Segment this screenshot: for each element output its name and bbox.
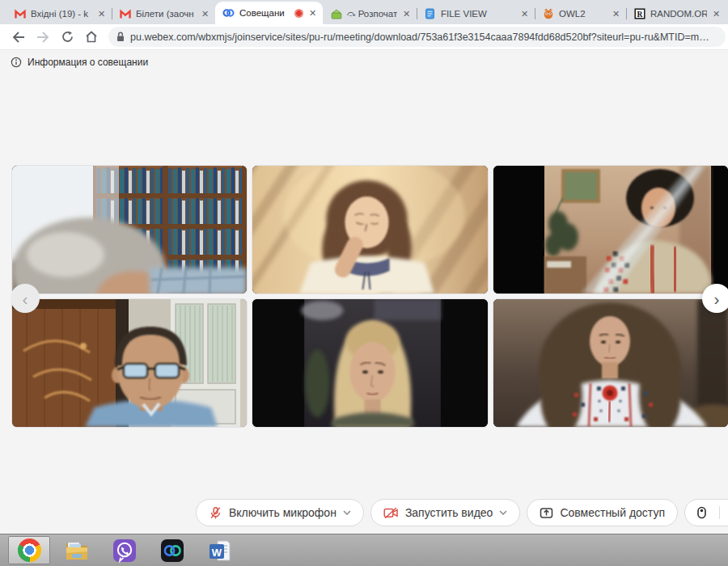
tab-close-icon[interactable]: ✕	[610, 9, 622, 19]
chevron-down-icon[interactable]	[343, 510, 351, 515]
recording-dot-icon	[294, 9, 303, 18]
tab-title: Вхідні (19) - k	[31, 9, 92, 19]
forward-button[interactable]	[32, 27, 53, 48]
tab-close-icon[interactable]: ✕	[95, 9, 108, 19]
share-content-button[interactable]: Совместный доступ	[527, 499, 678, 526]
tab-title: FILE VIEW	[441, 9, 515, 19]
taskbar-file-explorer-button[interactable]	[56, 536, 98, 564]
controls-divider	[719, 506, 720, 519]
svg-text:R: R	[637, 11, 642, 19]
meeting-info-label: Информация о совещании	[28, 57, 148, 68]
reload-button[interactable]	[57, 27, 78, 48]
taskbar-viber-button[interactable]	[104, 536, 146, 564]
back-button[interactable]	[8, 27, 29, 48]
tab-title: OWL2	[559, 9, 607, 19]
document-icon	[424, 8, 436, 20]
lock-icon	[116, 32, 125, 42]
chevron-right-icon: ›	[714, 290, 720, 307]
tab-close-icon[interactable]: ✕	[710, 9, 722, 19]
url-text: pu.webex.com/wbxmjs/joinservice/sites/pu…	[130, 32, 709, 43]
tab-title: Совещани	[239, 8, 292, 18]
tab-divider	[535, 8, 535, 19]
tab-divider	[112, 8, 112, 19]
video-tile-participant-6[interactable]	[493, 299, 728, 427]
video-tile-participant-2[interactable]	[252, 166, 488, 294]
tab-file-view[interactable]: FILE VIEW ✕	[417, 3, 535, 24]
meeting-controls: Включить микрофон Запустить видео	[196, 499, 728, 526]
recorder-icon[interactable]	[696, 506, 708, 519]
meeting-info-bar[interactable]: Информация о совещании	[0, 50, 728, 74]
video-tile-participant-3[interactable]	[493, 166, 728, 294]
video-tile-participant-4[interactable]	[12, 299, 247, 427]
tab-title: Розпочато	[358, 9, 397, 19]
video-grid	[12, 166, 728, 427]
reply-glyph-icon: ⤼	[347, 9, 356, 19]
info-icon	[11, 57, 22, 68]
viber-icon	[112, 539, 137, 563]
tab-webex-meeting[interactable]: Совещани ✕	[215, 2, 323, 24]
microphone-muted-icon	[209, 506, 222, 520]
chrome-icon	[18, 539, 41, 562]
browser-window: Вхідні (19) - k ✕ Білети (заочн ✕ Совеща…	[0, 0, 728, 566]
video-tile-participant-1[interactable]	[12, 166, 247, 294]
chevron-down-icon[interactable]	[499, 510, 507, 515]
home-button[interactable]	[81, 27, 102, 48]
word-icon: W	[208, 539, 232, 563]
browser-toolbar: pu.webex.com/wbxmjs/joinservice/sites/pu…	[0, 24, 728, 50]
tab-random-org[interactable]: R RANDOM.ORG ✕	[626, 3, 726, 24]
unmute-microphone-label: Включить микрофон	[229, 506, 336, 519]
tab-divider	[626, 8, 627, 19]
next-participants-button[interactable]: ›	[702, 284, 728, 313]
tab-title: RANDOM.ORG	[650, 9, 707, 19]
owl-icon	[542, 8, 554, 20]
windows-taskbar: W	[0, 534, 728, 566]
webex-meeting-page: Информация о совещании	[0, 50, 728, 534]
chevron-left-icon: ‹	[23, 290, 28, 307]
webex-icon	[160, 539, 184, 563]
tab-close-icon[interactable]: ✕	[199, 9, 211, 19]
tab-close-icon[interactable]: ✕	[518, 9, 531, 19]
taskbar-webex-button[interactable]	[151, 536, 193, 564]
taskbar-word-button[interactable]: W	[199, 536, 241, 564]
start-video-label: Запустить видео	[405, 506, 493, 519]
more-controls-pill	[684, 499, 728, 526]
gmail-icon	[119, 8, 131, 20]
share-screen-icon	[540, 506, 553, 519]
tab-close-icon[interactable]: ✕	[400, 9, 413, 19]
camera-off-icon	[383, 507, 399, 519]
tab-title: Білети (заочн	[136, 9, 196, 19]
address-bar[interactable]: pu.webex.com/wbxmjs/joinservice/sites/pu…	[108, 27, 726, 47]
tab-strip: Вхідні (19) - k ✕ Білети (заочн ✕ Совеща…	[0, 0, 728, 24]
webex-icon	[222, 7, 235, 19]
svg-text:W: W	[212, 546, 222, 558]
mail-envelope-icon	[330, 8, 342, 20]
tab-divider	[417, 8, 417, 19]
tab-gmail-tickets[interactable]: Білети (заочн ✕	[112, 3, 215, 24]
tab-close-icon[interactable]: ✕	[307, 8, 319, 19]
share-content-label: Совместный доступ	[560, 506, 665, 519]
random-org-icon: R	[633, 8, 645, 20]
start-video-button[interactable]: Запустить видео	[370, 499, 521, 526]
taskbar-chrome-button[interactable]	[8, 536, 50, 564]
previous-participants-button[interactable]: ‹	[11, 284, 40, 313]
tab-gmail-inbox[interactable]: Вхідні (19) - k ✕	[6, 3, 112, 24]
video-tile-participant-5[interactable]	[252, 299, 488, 427]
folder-icon	[65, 540, 89, 561]
unmute-microphone-button[interactable]: Включить микрофон	[196, 499, 364, 526]
tab-mail-started[interactable]: ⤼ Розпочато ✕	[323, 3, 417, 24]
tab-owl2[interactable]: OWL2 ✕	[535, 3, 626, 24]
gmail-icon	[14, 8, 26, 20]
